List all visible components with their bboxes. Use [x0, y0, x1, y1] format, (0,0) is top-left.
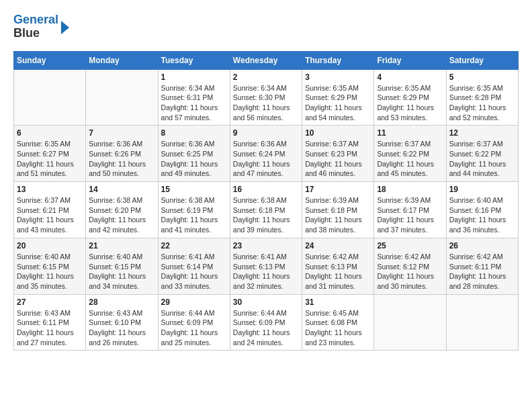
day-number: 14: [89, 185, 154, 194]
calendar-body: 1Sunrise: 6:34 AM Sunset: 6:31 PM Daylig…: [14, 69, 519, 351]
calendar-week-row: 27Sunrise: 6:43 AM Sunset: 6:11 PM Dayli…: [14, 294, 519, 351]
calendar-cell: 30Sunrise: 6:44 AM Sunset: 6:09 PM Dayli…: [230, 294, 302, 351]
day-number: 29: [161, 298, 227, 307]
calendar-cell: 24Sunrise: 6:42 AM Sunset: 6:13 PM Dayli…: [302, 238, 374, 294]
day-info: Sunrise: 6:42 AM Sunset: 6:11 PM Dayligh…: [449, 252, 515, 291]
day-number: 8: [161, 128, 227, 138]
calendar-week-row: 20Sunrise: 6:40 AM Sunset: 6:15 PM Dayli…: [14, 238, 519, 294]
day-number: 15: [161, 185, 227, 194]
calendar-header-row: SundayMondayTuesdayWednesdayThursdayFrid…: [14, 51, 519, 69]
day-number: 10: [305, 128, 371, 138]
weekday-header-friday: Friday: [374, 51, 446, 69]
day-info: Sunrise: 6:34 AM Sunset: 6:30 PM Dayligh…: [233, 83, 299, 123]
day-number: 1: [161, 73, 227, 82]
day-info: Sunrise: 6:43 AM Sunset: 6:10 PM Dayligh…: [89, 308, 154, 348]
calendar-cell: 20Sunrise: 6:40 AM Sunset: 6:15 PM Dayli…: [14, 238, 86, 294]
day-info: Sunrise: 6:43 AM Sunset: 6:11 PM Dayligh…: [17, 308, 83, 348]
day-number: 20: [17, 241, 83, 250]
day-info: Sunrise: 6:35 AM Sunset: 6:28 PM Dayligh…: [449, 83, 515, 123]
day-number: 28: [89, 298, 154, 307]
calendar-week-row: 1Sunrise: 6:34 AM Sunset: 6:31 PM Daylig…: [14, 69, 519, 126]
day-number: 5: [449, 73, 515, 82]
day-info: Sunrise: 6:38 AM Sunset: 6:18 PM Dayligh…: [233, 195, 299, 235]
day-number: 11: [377, 128, 443, 138]
day-info: Sunrise: 6:40 AM Sunset: 6:15 PM Dayligh…: [17, 252, 83, 291]
day-info: Sunrise: 6:37 AM Sunset: 6:21 PM Dayligh…: [17, 195, 83, 235]
day-info: Sunrise: 6:36 AM Sunset: 6:24 PM Dayligh…: [233, 139, 299, 179]
day-number: 30: [233, 298, 299, 307]
calendar-cell: 29Sunrise: 6:44 AM Sunset: 6:09 PM Dayli…: [158, 294, 230, 351]
calendar-table: SundayMondayTuesdayWednesdayThursdayFrid…: [13, 51, 519, 351]
calendar-cell: 11Sunrise: 6:37 AM Sunset: 6:22 PM Dayli…: [374, 126, 446, 182]
day-number: 13: [17, 185, 83, 194]
day-info: Sunrise: 6:37 AM Sunset: 6:22 PM Dayligh…: [449, 139, 515, 179]
calendar-cell: [14, 69, 86, 126]
logo-arrow-icon: [61, 21, 69, 34]
day-number: 19: [449, 185, 515, 194]
day-info: Sunrise: 6:37 AM Sunset: 6:22 PM Dayligh…: [377, 139, 443, 179]
calendar-week-row: 13Sunrise: 6:37 AM Sunset: 6:21 PM Dayli…: [14, 182, 519, 238]
calendar-cell: 22Sunrise: 6:41 AM Sunset: 6:14 PM Dayli…: [158, 238, 230, 294]
day-info: Sunrise: 6:38 AM Sunset: 6:20 PM Dayligh…: [89, 195, 154, 235]
day-number: 26: [449, 241, 515, 250]
day-number: 9: [233, 128, 299, 138]
page-header: GeneralBlue: [13, 13, 519, 40]
calendar-cell: 12Sunrise: 6:37 AM Sunset: 6:22 PM Dayli…: [446, 126, 518, 182]
day-info: Sunrise: 6:40 AM Sunset: 6:16 PM Dayligh…: [449, 195, 515, 235]
calendar-cell: 17Sunrise: 6:39 AM Sunset: 6:18 PM Dayli…: [302, 182, 374, 238]
calendar-cell: 10Sunrise: 6:37 AM Sunset: 6:23 PM Dayli…: [302, 126, 374, 182]
day-info: Sunrise: 6:42 AM Sunset: 6:13 PM Dayligh…: [305, 252, 371, 291]
day-info: Sunrise: 6:35 AM Sunset: 6:29 PM Dayligh…: [377, 83, 443, 123]
calendar-cell: 14Sunrise: 6:38 AM Sunset: 6:20 PM Dayli…: [86, 182, 158, 238]
calendar-cell: 26Sunrise: 6:42 AM Sunset: 6:11 PM Dayli…: [446, 238, 518, 294]
day-number: 25: [377, 241, 443, 250]
day-info: Sunrise: 6:42 AM Sunset: 6:12 PM Dayligh…: [377, 252, 443, 291]
day-info: Sunrise: 6:45 AM Sunset: 6:08 PM Dayligh…: [305, 308, 371, 348]
day-info: Sunrise: 6:39 AM Sunset: 6:17 PM Dayligh…: [377, 195, 443, 235]
calendar-cell: 3Sunrise: 6:35 AM Sunset: 6:29 PM Daylig…: [302, 69, 374, 126]
weekday-header-thursday: Thursday: [302, 51, 374, 69]
day-info: Sunrise: 6:40 AM Sunset: 6:15 PM Dayligh…: [89, 252, 154, 291]
day-number: 21: [89, 241, 154, 250]
calendar-cell: 6Sunrise: 6:35 AM Sunset: 6:27 PM Daylig…: [14, 126, 86, 182]
day-info: Sunrise: 6:36 AM Sunset: 6:25 PM Dayligh…: [161, 139, 227, 179]
day-number: 18: [377, 185, 443, 194]
day-info: Sunrise: 6:37 AM Sunset: 6:23 PM Dayligh…: [305, 139, 371, 179]
day-number: 22: [161, 241, 227, 250]
calendar-cell: 1Sunrise: 6:34 AM Sunset: 6:31 PM Daylig…: [158, 69, 230, 126]
day-info: Sunrise: 6:41 AM Sunset: 6:14 PM Dayligh…: [161, 252, 227, 291]
calendar-cell: 21Sunrise: 6:40 AM Sunset: 6:15 PM Dayli…: [86, 238, 158, 294]
weekday-header-wednesday: Wednesday: [230, 51, 302, 69]
day-number: 7: [89, 128, 154, 138]
day-number: 16: [233, 185, 299, 194]
weekday-header-tuesday: Tuesday: [158, 51, 230, 69]
calendar-cell: 8Sunrise: 6:36 AM Sunset: 6:25 PM Daylig…: [158, 126, 230, 182]
day-number: 23: [233, 241, 299, 250]
day-number: 12: [449, 128, 515, 138]
day-number: 2: [233, 73, 299, 82]
day-info: Sunrise: 6:44 AM Sunset: 6:09 PM Dayligh…: [233, 308, 299, 348]
calendar-cell: 28Sunrise: 6:43 AM Sunset: 6:10 PM Dayli…: [86, 294, 158, 351]
day-info: Sunrise: 6:44 AM Sunset: 6:09 PM Dayligh…: [161, 308, 227, 348]
calendar-week-row: 6Sunrise: 6:35 AM Sunset: 6:27 PM Daylig…: [14, 126, 519, 182]
logo: GeneralBlue: [13, 13, 69, 40]
calendar-cell: 19Sunrise: 6:40 AM Sunset: 6:16 PM Dayli…: [446, 182, 518, 238]
day-info: Sunrise: 6:39 AM Sunset: 6:18 PM Dayligh…: [305, 195, 371, 235]
logo-text: GeneralBlue: [13, 13, 58, 40]
weekday-header-saturday: Saturday: [446, 51, 518, 69]
day-number: 17: [305, 185, 371, 194]
day-number: 4: [377, 73, 443, 82]
weekday-header-sunday: Sunday: [14, 51, 86, 69]
calendar-cell: 5Sunrise: 6:35 AM Sunset: 6:28 PM Daylig…: [446, 69, 518, 126]
calendar-cell: 2Sunrise: 6:34 AM Sunset: 6:30 PM Daylig…: [230, 69, 302, 126]
day-number: 6: [17, 128, 83, 138]
calendar-cell: 15Sunrise: 6:38 AM Sunset: 6:19 PM Dayli…: [158, 182, 230, 238]
day-info: Sunrise: 6:34 AM Sunset: 6:31 PM Dayligh…: [161, 83, 227, 123]
calendar-cell: 31Sunrise: 6:45 AM Sunset: 6:08 PM Dayli…: [302, 294, 374, 351]
calendar-cell: 25Sunrise: 6:42 AM Sunset: 6:12 PM Dayli…: [374, 238, 446, 294]
calendar-cell: 16Sunrise: 6:38 AM Sunset: 6:18 PM Dayli…: [230, 182, 302, 238]
day-number: 3: [305, 73, 371, 82]
calendar-cell: 13Sunrise: 6:37 AM Sunset: 6:21 PM Dayli…: [14, 182, 86, 238]
calendar-cell: [446, 294, 518, 351]
day-info: Sunrise: 6:35 AM Sunset: 6:27 PM Dayligh…: [17, 139, 83, 179]
